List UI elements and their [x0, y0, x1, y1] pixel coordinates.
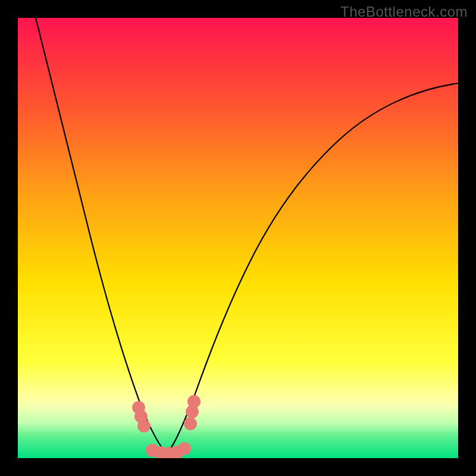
marker-cluster	[132, 395, 201, 458]
chart-frame: TheBottleneck.com	[0, 0, 476, 476]
svg-point-2	[137, 419, 151, 433]
left-curve	[36, 18, 167, 453]
plot-area	[18, 18, 458, 458]
svg-point-10	[187, 395, 201, 408]
right-curve	[167, 83, 458, 453]
curve-layer	[18, 18, 458, 458]
svg-point-7	[178, 442, 191, 455]
svg-point-8	[184, 417, 197, 430]
